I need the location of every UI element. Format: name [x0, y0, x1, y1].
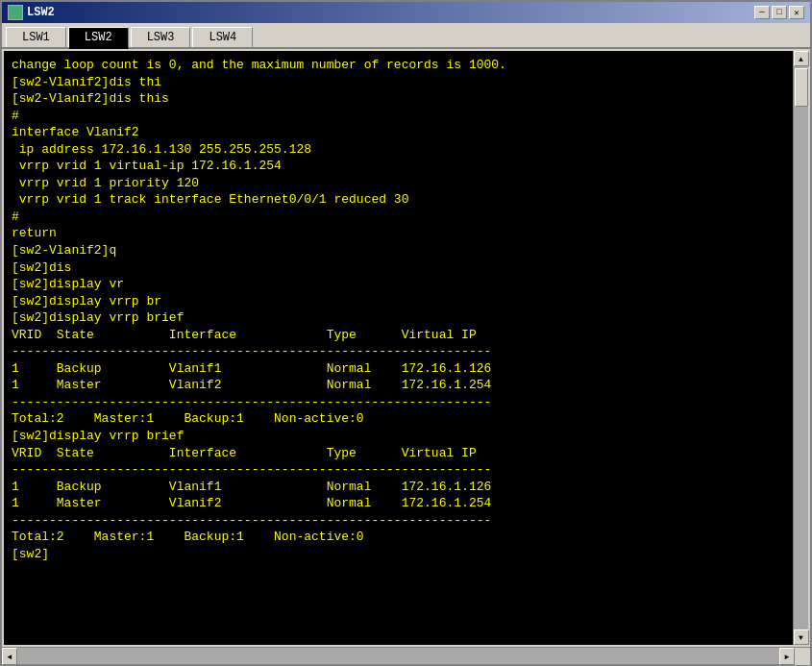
maximize-button[interactable]: □ [772, 6, 787, 19]
scroll-thumb[interactable] [795, 68, 808, 107]
tab-lsw4[interactable]: LSW4 [192, 27, 253, 47]
scroll-h-track [17, 648, 779, 664]
close-button[interactable]: ✕ [789, 6, 804, 19]
vertical-scrollbar: ▲ ▼ [793, 51, 808, 645]
terminal-screen[interactable]: change loop count is 0, and the maximum … [4, 51, 793, 645]
horizontal-scrollbar: ◄ ► [2, 647, 810, 664]
tab-lsw2[interactable]: LSW2 [68, 27, 129, 49]
tab-bar: LSW1 LSW2 LSW3 LSW4 [2, 23, 810, 49]
scroll-left-button[interactable]: ◄ [2, 648, 17, 665]
scroll-down-button[interactable]: ▼ [794, 629, 809, 645]
tab-lsw3[interactable]: LSW3 [131, 27, 191, 47]
main-window: LSW2 ─ □ ✕ LSW1 LSW2 LSW3 LSW4 change lo… [0, 0, 812, 666]
minimize-button[interactable]: ─ [754, 6, 770, 19]
scroll-up-button[interactable]: ▲ [794, 51, 809, 66]
title-controls: ─ □ ✕ [754, 6, 804, 19]
terminal-wrapper: change loop count is 0, and the maximum … [2, 49, 810, 647]
scroll-right-button[interactable]: ► [779, 648, 795, 665]
scroll-corner [795, 648, 810, 665]
title-bar-left: LSW2 [8, 5, 55, 20]
window-title: LSW2 [27, 6, 55, 19]
title-bar: LSW2 ─ □ ✕ [2, 2, 810, 23]
app-icon [8, 5, 23, 20]
tab-lsw1[interactable]: LSW1 [6, 27, 66, 47]
scroll-track [794, 66, 808, 629]
